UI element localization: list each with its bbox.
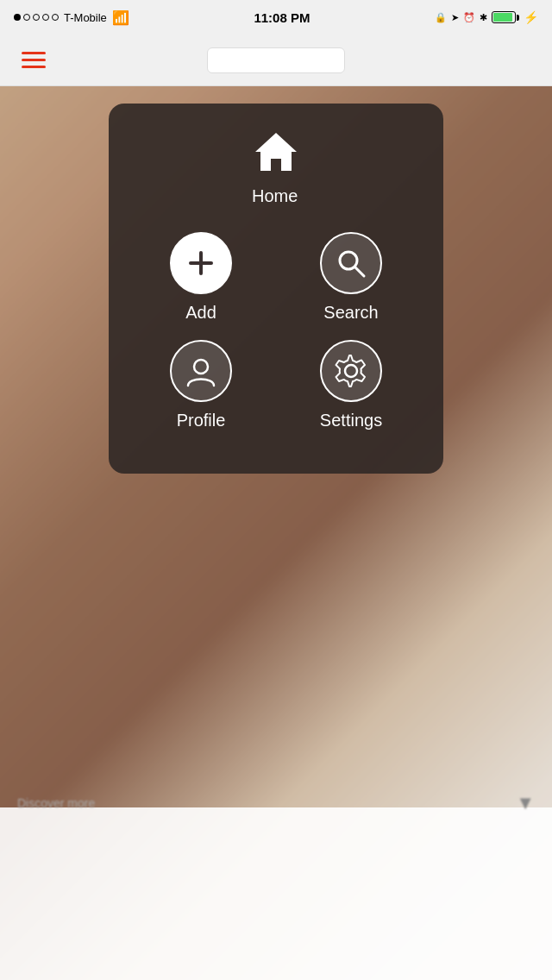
status-left: T-Mobile 📶 (14, 9, 129, 26)
menu-item-home[interactable]: Home (252, 129, 300, 206)
battery-body (492, 11, 516, 23)
menu-grid-row-1: Add Search (126, 232, 426, 323)
settings-icon (332, 352, 370, 390)
add-icon-circle (170, 232, 232, 294)
status-bar: T-Mobile 📶 11:08 PM 🔒 ➤ ⏰ ✱ ⚡ (0, 0, 552, 35)
status-right: 🔒 ➤ ⏰ ✱ ⚡ (435, 10, 538, 24)
bottom-text: Discover more (17, 796, 95, 810)
add-label: Add (185, 303, 216, 323)
profile-icon-circle (170, 340, 232, 402)
menu-item-search[interactable]: Search (276, 232, 426, 323)
location-icon: ➤ (451, 12, 459, 23)
menu-item-add[interactable]: Add (126, 232, 276, 323)
signal-dot-5 (52, 14, 59, 21)
menu-grid-row-2: Profile Settings (126, 340, 426, 430)
bottom-white-area (0, 807, 552, 980)
search-icon (333, 245, 369, 281)
home-icon (252, 129, 300, 181)
nav-bar (0, 35, 552, 86)
settings-icon-circle (320, 340, 382, 402)
lock-icon: 🔒 (435, 12, 447, 23)
svg-line-4 (355, 267, 364, 276)
bottom-arrow-icon: ▼ (516, 792, 535, 814)
dropdown-menu: Home Add Search (109, 104, 443, 474)
bottom-bar: Discover more ▼ (0, 782, 552, 825)
alarm-icon: ⏰ (463, 12, 475, 23)
profile-label: Profile (177, 411, 226, 430)
home-label: Home (252, 186, 300, 206)
search-label: Search (323, 303, 378, 323)
svg-marker-0 (255, 133, 297, 171)
hamburger-button[interactable] (17, 47, 50, 72)
status-time: 11:08 PM (254, 10, 310, 25)
hamburger-line-3 (22, 66, 46, 68)
menu-item-settings[interactable]: Settings (276, 340, 426, 430)
signal-dot-1 (14, 14, 21, 21)
battery-indicator (492, 11, 519, 23)
search-icon-circle (320, 232, 382, 294)
nav-title-bar (207, 47, 345, 73)
hamburger-line-1 (22, 52, 46, 54)
signal-dot-4 (42, 14, 49, 21)
signal-dot-3 (33, 14, 40, 21)
menu-home-row: Home (126, 129, 426, 206)
signal-bars (14, 14, 59, 21)
battery-tip (517, 15, 519, 21)
settings-label: Settings (320, 411, 382, 430)
menu-item-profile[interactable]: Profile (126, 340, 276, 430)
bluetooth-icon: ✱ (480, 12, 487, 23)
profile-icon (183, 353, 219, 389)
add-icon (184, 246, 218, 280)
svg-point-5 (194, 360, 208, 374)
hamburger-line-2 (22, 59, 46, 61)
signal-dot-2 (23, 14, 30, 21)
charging-icon: ⚡ (524, 10, 538, 24)
battery-fill (493, 13, 512, 22)
carrier-name: T-Mobile (64, 11, 107, 24)
svg-point-6 (345, 365, 357, 377)
wifi-icon: 📶 (112, 9, 129, 26)
